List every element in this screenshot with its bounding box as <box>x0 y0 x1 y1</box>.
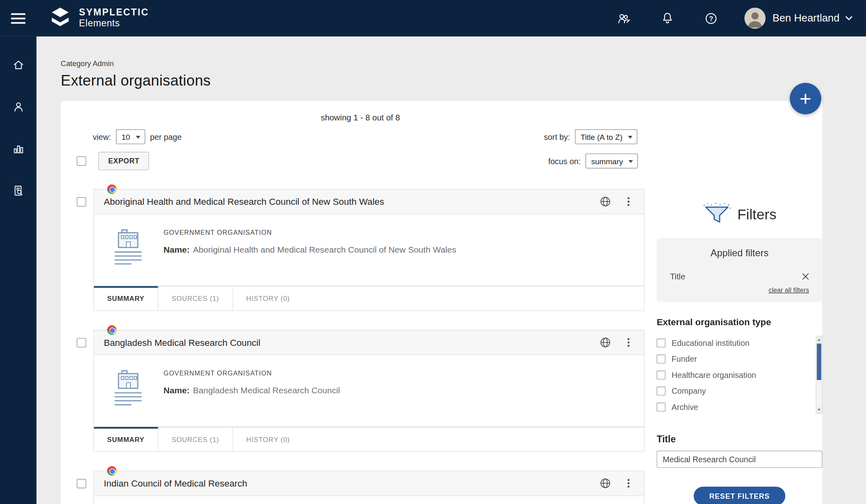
manage-users-icon[interactable] <box>617 11 630 25</box>
org-type-checkbox[interactable] <box>657 386 666 395</box>
globe-icon[interactable] <box>600 337 611 348</box>
org-type-option-label[interactable]: Archive <box>671 402 698 411</box>
sort-select[interactable]: Title (A to Z) <box>575 129 637 144</box>
scrollbar-thumb[interactable] <box>817 343 821 380</box>
list-item: Company <box>657 383 809 399</box>
reset-filters-button[interactable]: RESET FILTERS <box>694 487 785 504</box>
user-avatar[interactable] <box>744 8 765 29</box>
remove-filter-icon[interactable] <box>802 273 809 280</box>
plus-icon: + <box>800 87 811 110</box>
org-type-option-label[interactable]: Company <box>671 386 706 395</box>
org-favicon-icon <box>107 466 116 476</box>
tab-summary[interactable]: SUMMARY <box>94 427 158 451</box>
profile-icon[interactable] <box>12 101 24 113</box>
sidebar <box>0 36 36 504</box>
tab-history[interactable]: HISTORY (0) <box>233 427 303 451</box>
organisation-card: Bangladesh Medical Research Council <box>93 330 645 452</box>
title-filter-heading: Title <box>657 434 823 445</box>
list-item: Archive <box>657 399 809 415</box>
card-info: GOVERNMENT ORGANISATION Name:Bangladesh … <box>163 367 340 409</box>
select-row-checkbox[interactable] <box>77 338 86 347</box>
reports-chart-icon[interactable] <box>12 142 24 155</box>
org-type-checkbox[interactable] <box>657 370 666 379</box>
org-type-checkbox[interactable] <box>657 338 666 347</box>
card-header: Bangladesh Medical Research Council <box>93 330 645 355</box>
select-all-checkbox[interactable] <box>77 157 86 166</box>
globe-icon[interactable] <box>600 478 611 489</box>
logo-line2: Elements <box>79 18 149 29</box>
per-page-select[interactable]: 10 <box>116 129 145 144</box>
org-type-filter-list: Educational institution Funder Healthcar… <box>657 335 823 415</box>
chevron-down-icon[interactable] <box>844 13 854 24</box>
org-type-checkbox[interactable] <box>657 402 666 411</box>
organisation-title[interactable]: Aboriginal Health and Medical Research C… <box>104 196 384 207</box>
menu-icon[interactable] <box>0 0 36 36</box>
organisation-name: Name:Bangladesh Medical Research Council <box>163 386 340 396</box>
filters-title: Filters <box>737 206 776 223</box>
select-row-checkbox[interactable] <box>77 479 86 488</box>
breadcrumb[interactable]: Category Admin <box>61 60 114 68</box>
tab-summary[interactable]: SUMMARY <box>94 287 158 311</box>
help-icon[interactable]: ? <box>704 11 718 25</box>
topbar: SYMPLECTIC Elements <box>0 0 866 36</box>
organisation-image-icon <box>107 367 149 409</box>
app-logo[interactable]: SYMPLECTIC Elements <box>47 4 149 32</box>
organisation-image-icon <box>107 226 149 268</box>
card-header: Indian Council of Medical Research <box>93 471 645 496</box>
svg-text:?: ? <box>709 15 713 22</box>
user-name[interactable]: Ben Heartland <box>772 12 839 24</box>
clear-all-filters-link[interactable]: clear all filters <box>769 286 809 294</box>
kebab-menu-icon[interactable] <box>623 337 634 348</box>
list-item: Healthcare organisation <box>657 367 809 383</box>
org-type-checkbox[interactable] <box>657 354 666 363</box>
tab-sources[interactable]: SOURCES (1) <box>158 427 232 451</box>
organisation-card: Aboriginal Health and Medical Research C… <box>93 189 645 311</box>
organisation-title[interactable]: Bangladesh Medical Research Council <box>104 337 260 348</box>
home-icon[interactable] <box>12 58 24 71</box>
kebab-menu-icon[interactable] <box>623 196 634 207</box>
results-count: showing 1 - 8 out of 8 <box>77 113 656 122</box>
page-title: External organisations <box>61 72 866 89</box>
card-body <box>93 496 645 504</box>
org-type-option-label[interactable]: Healthcare organisation <box>671 370 756 379</box>
scroll-up-icon[interactable] <box>816 337 822 343</box>
symplectic-logo-icon <box>47 4 73 32</box>
sort-label: sort by: <box>544 132 570 141</box>
organisation-row: Aboriginal Health and Medical Research C… <box>77 189 656 311</box>
per-page-label: per page <box>150 132 182 141</box>
results-column: showing 1 - 8 out of 8 view: 10 per page… <box>61 101 657 504</box>
view-label: view: <box>93 132 111 141</box>
applied-filter-item: Title <box>670 272 809 281</box>
screen: SYMPLECTIC Elements <box>0 0 866 504</box>
add-organisation-button[interactable]: + <box>790 83 821 114</box>
filters-heading: Filters <box>657 202 823 227</box>
export-focus-row: EXPORT focus on: summary <box>77 152 656 170</box>
applied-filters-box: Applied filters Title clear all filters <box>657 238 823 302</box>
focus-select[interactable]: summary <box>586 154 638 169</box>
scrollbar[interactable] <box>816 336 822 414</box>
card-tabs: SUMMARY SOURCES (1) HISTORY (0) <box>93 286 645 311</box>
organisation-type: GOVERNMENT ORGANISATION <box>163 369 340 377</box>
applied-filter-label: Title <box>670 272 685 281</box>
tab-history[interactable]: HISTORY (0) <box>233 287 303 311</box>
org-type-option-label[interactable]: Educational institution <box>671 338 749 347</box>
card-body: GOVERNMENT ORGANISATION Name:Aboriginal … <box>93 214 645 286</box>
scroll-down-icon[interactable] <box>816 407 822 413</box>
export-button[interactable]: EXPORT <box>98 152 149 170</box>
search-documents-icon[interactable] <box>12 184 24 197</box>
list-item: Funder <box>657 351 809 367</box>
list-item: Educational institution <box>657 335 809 351</box>
card-header: Aboriginal Health and Medical Research C… <box>93 189 645 214</box>
select-row-checkbox[interactable] <box>77 197 86 206</box>
kebab-menu-icon[interactable] <box>623 478 634 489</box>
organisation-type: GOVERNMENT ORGANISATION <box>163 229 456 236</box>
filter-funnel-icon <box>703 202 731 227</box>
topbar-actions: ? Ben Heartland <box>587 8 866 29</box>
organisation-title[interactable]: Indian Council of Medical Research <box>104 478 247 489</box>
tab-sources[interactable]: SOURCES (1) <box>158 287 232 311</box>
org-favicon-icon <box>107 325 116 335</box>
globe-icon[interactable] <box>600 196 611 207</box>
org-type-option-label[interactable]: Funder <box>671 354 697 363</box>
title-filter-input[interactable] <box>657 451 823 468</box>
notifications-bell-icon[interactable] <box>660 11 674 25</box>
